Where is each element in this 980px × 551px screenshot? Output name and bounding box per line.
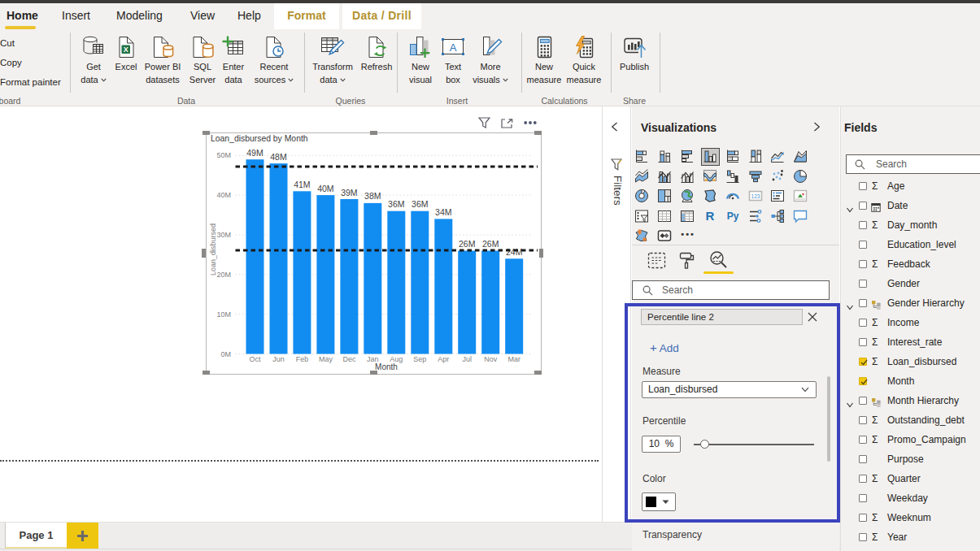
svg-text:Month: Month (375, 362, 398, 371)
svg-text:30M: 30M (216, 231, 231, 239)
svg-text:0M: 0M (220, 350, 231, 358)
svg-text:48M: 48M (270, 152, 286, 162)
svg-text:123: 123 (751, 193, 760, 199)
svg-text:40M: 40M (317, 184, 333, 193)
svg-text:10M: 10M (216, 310, 231, 319)
svg-text:Apr: Apr (438, 355, 449, 363)
svg-text:39M: 39M (341, 188, 357, 197)
svg-text:41M: 41M (294, 180, 310, 189)
svg-text:Jun: Jun (272, 355, 285, 363)
svg-text:A: A (450, 41, 457, 54)
svg-text:26M: 26M (482, 239, 499, 249)
svg-text:Loan_disbursed: Loan_disbursed (209, 223, 217, 276)
svg-text:Sep: Sep (413, 355, 426, 363)
svg-text:34M: 34M (435, 207, 451, 217)
svg-text:26M: 26M (459, 239, 475, 249)
svg-text:May: May (319, 355, 333, 363)
svg-text:40M: 40M (216, 191, 231, 199)
svg-text:Dec: Dec (342, 355, 356, 363)
svg-text:Aug: Aug (390, 355, 403, 363)
svg-text:Feb: Feb (296, 355, 309, 363)
svg-text:R: R (705, 209, 714, 223)
svg-text:50M: 50M (216, 151, 231, 159)
svg-text:Jan: Jan (367, 355, 379, 363)
svg-text:36M: 36M (412, 199, 428, 209)
svg-text:38M: 38M (364, 191, 381, 201)
svg-text:Jul: Jul (462, 355, 472, 363)
svg-text:24M: 24M (506, 247, 522, 257)
svg-text:49M: 49M (246, 148, 263, 158)
svg-text:36M: 36M (388, 199, 404, 209)
svg-text:Mar: Mar (507, 355, 520, 363)
svg-text:Py: Py (726, 210, 738, 222)
svg-text:Oct: Oct (249, 355, 261, 363)
svg-text:Nov: Nov (484, 355, 498, 363)
svg-text:X: X (124, 46, 128, 54)
svg-text:20M: 20M (216, 271, 231, 279)
